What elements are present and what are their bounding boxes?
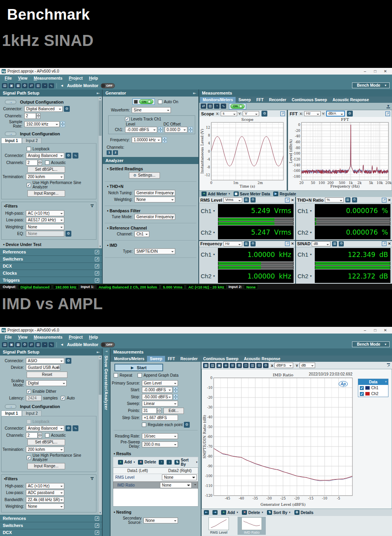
delete-button[interactable]: ✕Delete▼ — [242, 510, 263, 515]
recent-icon[interactable]: ◔ — [42, 83, 47, 88]
generator-on-toggle[interactable]: ON — [132, 98, 155, 105]
popout-icon[interactable]: ↗ — [385, 111, 390, 116]
meter-display-icon[interactable]: ▥ — [345, 197, 350, 202]
spinner[interactable]: ▲▼ — [188, 127, 193, 133]
popout-icon[interactable]: ↗ — [95, 531, 99, 535]
signal-path-icon[interactable]: ⇄ — [29, 83, 34, 88]
channel-selector[interactable]: Ch2▼ — [201, 229, 218, 236]
popout-icon[interactable]: ↗ — [382, 241, 387, 246]
spinner[interactable]: ▲▼ — [173, 387, 178, 393]
sidebar-item-clocks[interactable]: Clocks↗ — [0, 270, 102, 277]
termination-select[interactable]: 200 kohm — [26, 447, 64, 452]
step-size-input[interactable]: +1.667 dBFS — [142, 415, 178, 421]
close-button[interactable]: ✕ — [380, 69, 390, 73]
popout-icon[interactable]: ↗ — [95, 264, 99, 268]
channel-selector[interactable]: Ch1▼ — [298, 208, 315, 214]
result-row-imd-ratio[interactable]: IMD RatioNone — [113, 481, 198, 489]
save-icon[interactable]: ▦ — [15, 342, 21, 347]
menu-item-measurements[interactable]: Measurements — [31, 334, 66, 340]
channel-selector[interactable]: Ch2▼ — [201, 273, 218, 279]
menu-item-help[interactable]: Help — [86, 334, 101, 340]
pan-icon[interactable]: ⊞ — [230, 363, 235, 368]
scaling-mode-select[interactable]: Digital — [26, 380, 67, 386]
weighting-select[interactable]: None — [26, 224, 64, 230]
speaker-icon[interactable]: ◄ — [59, 83, 65, 88]
new-doc-icon[interactable]: ▤ — [2, 83, 7, 88]
checkbox-regulate-each-point[interactable] — [142, 423, 146, 427]
pin-icon[interactable]: + — [385, 379, 387, 385]
open-project-icon[interactable]: ▣ — [9, 342, 14, 347]
checkbox-acoustic[interactable] — [45, 160, 49, 165]
gear-icon[interactable]: ⚙ — [65, 231, 71, 237]
maximize-button[interactable]: □ — [370, 69, 380, 73]
notch-tuning-select[interactable]: Generator Frequency — [134, 190, 175, 196]
tab-recorder[interactable]: Recorder — [178, 356, 200, 362]
first-button[interactable]: ⇤ — [204, 510, 209, 515]
tab-continuous-sweep[interactable]: Continuous Sweep — [289, 97, 330, 103]
recent-icon[interactable]: ◔ — [42, 342, 47, 347]
limits-icon[interactable]: ⊟ — [256, 363, 262, 368]
zoom-fit-icon[interactable]: ⊠ — [236, 363, 242, 368]
checkbox-auto-on[interactable] — [158, 100, 162, 104]
tab-acoustic-response[interactable]: Acoustic Response — [241, 356, 283, 362]
cursor-fx-icon[interactable]: ⚙ — [263, 363, 269, 368]
input-tab-input-1[interactable]: Input 1 — [1, 138, 22, 143]
gear-icon[interactable]: ⚙ — [184, 422, 190, 428]
stop-select[interactable]: -50.000 dBFS — [142, 394, 172, 400]
fft-y-unit-select[interactable]: dBrA — [327, 111, 345, 116]
popout-icon[interactable]: ↗ — [95, 250, 99, 254]
meter-unit-select[interactable]: dB — [312, 241, 330, 246]
save-graph-icon[interactable]: ▦ — [203, 363, 209, 368]
move-down-button[interactable]: ↓ — [167, 460, 172, 465]
button-edit[interactable]: Edit... — [163, 408, 184, 414]
type-select[interactable]: SMPTE/DIN — [134, 248, 175, 254]
popout-icon[interactable]: ↗ — [387, 363, 390, 367]
dock-panel-icon[interactable]: ⇤ — [97, 91, 100, 95]
frequency-select[interactable]: 1.00000 kHz — [132, 137, 162, 143]
gear-icon[interactable]: ⚙ — [64, 106, 70, 112]
thumbnail-imd-ratio[interactable]: IMD Ratio — [238, 517, 266, 535]
last-button[interactable]: ⇥ — [212, 510, 218, 515]
channel-selector[interactable]: Ch1▼ — [201, 251, 218, 258]
input-tab-input-2[interactable]: Input 2 — [22, 138, 42, 143]
menu-item-help[interactable]: Help — [86, 75, 101, 81]
tab-continuous-sweep[interactable]: Continuous Sweep — [200, 356, 241, 362]
scrollbar-thumb[interactable] — [99, 100, 102, 136]
add-button[interactable]: +Add▼ — [118, 460, 135, 465]
connector-select[interactable]: Analog Balanced — [26, 153, 64, 159]
checkbox-use-high-performance-sine-analyzer[interactable]: ✓ — [27, 183, 31, 187]
save-meter-data-button[interactable]: ▦Save Meter Data — [234, 191, 270, 196]
points-stepper[interactable]: 31▲▼ — [142, 408, 161, 414]
gear-icon[interactable]: ⚙ — [339, 241, 344, 246]
ch1-level-select[interactable]: -0.000 dBFS — [125, 127, 157, 133]
meter-display-icon[interactable]: ▥ — [244, 197, 249, 202]
graph-y-unit-select[interactable]: dB — [299, 363, 315, 368]
connector-select[interactable]: Digital Balanced — [24, 106, 63, 112]
signal-path-icon[interactable]: ⇄ — [29, 342, 34, 347]
menu-item-project[interactable]: Project — [65, 75, 86, 81]
minimize-button[interactable]: – — [360, 328, 370, 332]
save-icon[interactable]: ▦ — [15, 83, 21, 88]
meters-icon[interactable]: ▥ — [35, 83, 41, 88]
tune-mode-select[interactable]: Generator Frequency — [134, 214, 175, 220]
checkbox-acoustic[interactable] — [45, 433, 49, 438]
channel-selector[interactable]: Ch2▼ — [298, 229, 315, 236]
checkbox-loopback[interactable] — [27, 147, 31, 151]
input-settings-icon[interactable]: ∿ — [73, 153, 78, 159]
tab-recorder[interactable]: Recorder — [266, 97, 289, 103]
copy-graph-icon[interactable]: ▤ — [210, 363, 215, 368]
spinner[interactable]: ▲▼ — [158, 127, 163, 133]
result-row-rms-level[interactable]: RMS LevelNone — [113, 474, 198, 481]
monitor-wave-icon[interactable]: ∿ — [221, 104, 226, 109]
regulate-button[interactable]: ▶Regulate — [273, 191, 296, 196]
bandwidth-select[interactable]: 22.4k (48 kHz SR) — [26, 497, 64, 503]
input-settings-icon[interactable]: ∿ — [73, 425, 78, 431]
sweep-select[interactable]: Linear — [142, 401, 178, 407]
high-pass-select[interactable]: AC (<10 Hz) — [26, 483, 64, 489]
pin-panel-icon[interactable]: ▼ — [387, 104, 390, 108]
low-pass-select[interactable]: AES17 (20 kHz) — [26, 217, 64, 223]
zoom-icon[interactable]: ⊕ — [223, 363, 229, 368]
tab-sweep[interactable]: Sweep — [147, 356, 165, 362]
scrollbar[interactable]: ▲▼ — [98, 97, 102, 248]
close-icon[interactable]: ✕ — [291, 242, 294, 246]
